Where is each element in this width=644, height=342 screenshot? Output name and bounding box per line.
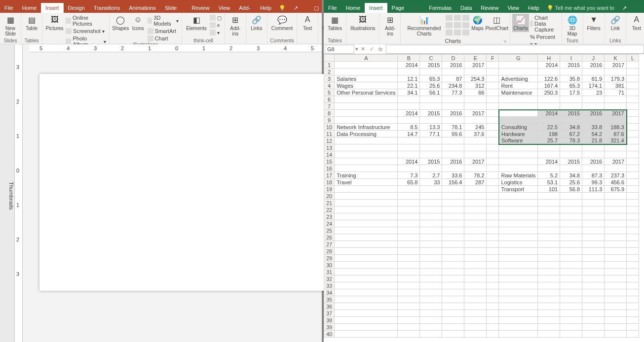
cell-F15[interactable]: [487, 158, 499, 165]
cell-F33[interactable]: [487, 282, 499, 289]
cell-K24[interactable]: [605, 220, 627, 227]
tab-review[interactable]: Review: [188, 3, 214, 13]
cell-D28[interactable]: [442, 248, 464, 255]
row-header-13[interactable]: 13: [324, 144, 335, 151]
cell-I5[interactable]: 17.5: [560, 89, 582, 96]
cell-D8[interactable]: 2016: [442, 110, 464, 117]
col-header-J[interactable]: J: [582, 55, 605, 62]
cell-L14[interactable]: [627, 151, 639, 158]
screenshot-button[interactable]: Screenshot ▾: [65, 28, 107, 34]
cell-G36[interactable]: [499, 303, 538, 310]
cell-E4[interactable]: 312: [464, 82, 487, 89]
cell-I33[interactable]: [560, 282, 582, 289]
row-header-8[interactable]: 8: [324, 110, 335, 117]
cell-L40[interactable]: [627, 331, 639, 338]
cell-D40[interactable]: [442, 331, 464, 338]
cell-E37[interactable]: [464, 310, 487, 317]
share-button[interactable]: ↗ Share: [291, 3, 311, 13]
cell-K7[interactable]: [605, 103, 627, 110]
cell-G40[interactable]: [499, 331, 538, 338]
cell-K27[interactable]: [605, 241, 627, 248]
cell-L7[interactable]: [627, 103, 639, 110]
cell-H28[interactable]: [538, 248, 560, 255]
cell-F25[interactable]: [487, 227, 499, 234]
cell-B23[interactable]: [398, 213, 420, 220]
col-header-L[interactable]: L: [627, 55, 639, 62]
cell-F7[interactable]: [487, 103, 499, 110]
cell-A4[interactable]: Wages: [335, 82, 398, 89]
cell-L23[interactable]: [627, 213, 639, 220]
col-header-corner[interactable]: [324, 55, 335, 62]
cell-J10[interactable]: 33.8: [582, 124, 605, 131]
cell-J26[interactable]: [582, 234, 605, 241]
cell-L18[interactable]: [627, 179, 639, 186]
cell-I10[interactable]: 34.8: [560, 124, 582, 131]
cell-D19[interactable]: [442, 186, 464, 193]
cell-D39[interactable]: [442, 324, 464, 331]
cell-I2[interactable]: [560, 68, 582, 75]
cell-E3[interactable]: 254.3: [464, 75, 487, 82]
cell-K15[interactable]: 2017: [605, 158, 627, 165]
cell-D14[interactable]: [442, 151, 464, 158]
cell-B6[interactable]: [398, 96, 420, 103]
cell-H17[interactable]: 5.2: [538, 172, 560, 179]
cell-K28[interactable]: [605, 248, 627, 255]
cell-D23[interactable]: [442, 213, 464, 220]
cell-C19[interactable]: [420, 186, 442, 193]
cell-C23[interactable]: [420, 213, 442, 220]
cell-H25[interactable]: [538, 227, 560, 234]
cell-F9[interactable]: [487, 117, 499, 124]
cell-E13[interactable]: [464, 144, 487, 151]
cell-C15[interactable]: 2015: [420, 158, 442, 165]
row-header-3[interactable]: 3: [324, 75, 335, 82]
cell-I28[interactable]: [560, 248, 582, 255]
cell-F16[interactable]: [487, 165, 499, 172]
cell-K11[interactable]: 87.6: [605, 131, 627, 137]
cell-E19[interactable]: [464, 186, 487, 193]
cell-K32[interactable]: [605, 275, 627, 282]
cell-L34[interactable]: [627, 289, 639, 296]
cell-I1[interactable]: 2015: [560, 62, 582, 68]
cell-B22[interactable]: [398, 206, 420, 213]
cell-A21[interactable]: [335, 200, 398, 206]
cell-F24[interactable]: [487, 220, 499, 227]
cell-K39[interactable]: [605, 324, 627, 331]
cell-D30[interactable]: [442, 262, 464, 269]
cell-E28[interactable]: [464, 248, 487, 255]
cell-B21[interactable]: [398, 200, 420, 206]
cell-D17[interactable]: 33.6: [442, 172, 464, 179]
cell-G10[interactable]: Consulting: [499, 124, 538, 131]
row-header-22[interactable]: 22: [324, 206, 335, 213]
cell-H1[interactable]: 2014: [538, 62, 560, 68]
cell-A18[interactable]: Travel: [335, 179, 398, 186]
cell-I19[interactable]: 56.8: [560, 186, 582, 193]
cell-D12[interactable]: [442, 137, 464, 144]
tab-home[interactable]: Home: [341, 3, 365, 13]
cell-F17[interactable]: [487, 172, 499, 179]
cell-D34[interactable]: [442, 289, 464, 296]
cell-K20[interactable]: [605, 193, 627, 200]
cell-I8[interactable]: 2015: [560, 110, 582, 117]
cell-F40[interactable]: [487, 331, 499, 338]
tab-insert[interactable]: Insert: [41, 3, 64, 13]
cell-H21[interactable]: [538, 200, 560, 206]
cell-K4[interactable]: 381: [605, 82, 627, 89]
row-header-7[interactable]: 7: [324, 103, 335, 110]
row-header-19[interactable]: 19: [324, 186, 335, 193]
cell-J4[interactable]: 174.1: [582, 82, 605, 89]
col-header-B[interactable]: B: [398, 55, 420, 62]
cell-D35[interactable]: [442, 296, 464, 303]
col-header-A[interactable]: A: [335, 55, 398, 62]
row-header-21[interactable]: 21: [324, 200, 335, 206]
text-button[interactable]: AText: [299, 14, 316, 32]
cell-G5[interactable]: Maintenance: [499, 89, 538, 96]
cell-C4[interactable]: 25.6: [420, 82, 442, 89]
cell-F31[interactable]: [487, 269, 499, 275]
cell-B31[interactable]: [398, 269, 420, 275]
cell-E14[interactable]: [464, 151, 487, 158]
row-header-40[interactable]: 40: [324, 331, 335, 338]
row-header-31[interactable]: 31: [324, 269, 335, 275]
cell-J11[interactable]: 54.2: [582, 131, 605, 137]
text-button[interactable]: AText: [628, 14, 644, 32]
cell-B33[interactable]: [398, 282, 420, 289]
